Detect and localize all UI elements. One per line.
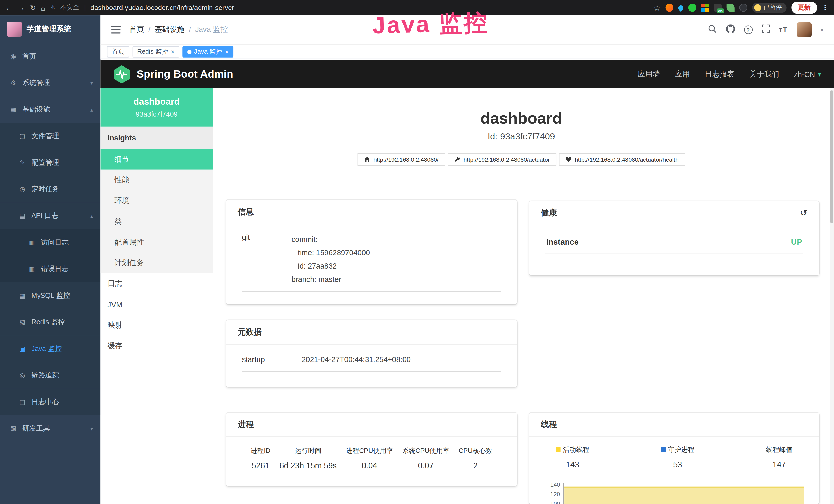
sidebar-item-devtools[interactable]: ▩ 研发工具 ▾ — [0, 415, 101, 442]
extension-icon-orange[interactable] — [665, 4, 673, 12]
sba-item-metrics[interactable]: 性能 — [101, 170, 213, 190]
help-button[interactable]: ? — [744, 25, 752, 34]
sba-nav-applications[interactable]: 应用 — [675, 69, 690, 79]
chart-plot-area — [563, 483, 804, 504]
sba-item-configprops[interactable]: 配置属性 — [101, 232, 213, 253]
history-icon[interactable]: ↺ — [800, 207, 808, 219]
close-icon[interactable]: × — [171, 48, 175, 55]
sba-nav-wallboard[interactable]: 应用墙 — [637, 69, 660, 79]
sidebar-item-redis-monitor[interactable]: ▧ Redis 监控 — [0, 309, 101, 336]
app-logo[interactable]: 芋道管理系统 — [0, 16, 101, 43]
security-label[interactable]: 不安全 — [60, 3, 79, 12]
sidebar-item-trace[interactable]: ◎ 链路追踪 — [0, 362, 101, 389]
stat-pid: 进程ID 5261 — [250, 446, 270, 470]
health-card-body: Instance UP — [529, 225, 819, 263]
sba-item-classes[interactable]: 类 — [101, 211, 213, 232]
table-row: startup 2021-04-27T00:44:31.254+08:00 — [242, 353, 501, 371]
info-card-header: 信息 — [226, 200, 517, 224]
status-badge: UP — [791, 237, 802, 246]
threads-chart: 140 120 100 — [542, 482, 806, 504]
tab-redis-monitor[interactable]: Redis 监控 × — [133, 46, 179, 57]
sidebar-item-scheduled-tasks[interactable]: ◷ 定时任务 — [0, 176, 101, 203]
extension-icon-green[interactable] — [688, 4, 696, 12]
collapse-sidebar-button[interactable] — [111, 26, 121, 33]
service-url-link[interactable]: http://192.168.0.2:48080/ — [357, 153, 445, 166]
sba-brand[interactable]: Spring Boot Admin — [113, 65, 233, 84]
extension-icon-leaf[interactable] — [726, 4, 734, 12]
extension-icon-dark[interactable] — [739, 4, 747, 12]
clock-icon: ◷ — [18, 186, 26, 193]
sidebar-item-system-mgmt[interactable]: ⚙ 系统管理 ▾ — [0, 70, 101, 96]
sba-header: Spring Boot Admin 应用墙 应用 日志报表 关于我们 zh-CN… — [101, 60, 834, 88]
sba-item-logs[interactable]: 日志 — [101, 273, 213, 294]
instance-block[interactable]: dashboard 93a3fc7f7409 — [101, 88, 213, 127]
back-button[interactable]: ← — [5, 3, 13, 12]
avatar[interactable] — [797, 22, 812, 37]
sidebar-item-access-logs[interactable]: ▥ 访问日志 — [0, 229, 101, 256]
table-row: Instance UP — [545, 234, 803, 254]
forward-button[interactable]: → — [18, 3, 25, 12]
sidebar-item-api-logs[interactable]: ▤ API 日志 ▴ — [0, 203, 101, 229]
info-row-label: git — [242, 233, 291, 286]
actuator-url-link[interactable]: http://192.168.0.2:48080/actuator — [448, 153, 556, 166]
font-size-button[interactable]: тT — [779, 26, 788, 33]
search-button[interactable] — [708, 24, 717, 35]
sba-item-scheduledtasks[interactable]: 计划任务 — [101, 253, 213, 273]
health-url-link[interactable]: http://192.168.0.2:48080/actuator/health — [559, 153, 685, 166]
close-icon[interactable]: × — [225, 48, 228, 55]
extension-icon-grid[interactable] — [701, 4, 709, 12]
stat-daemon-threads: 守护进程 53 — [661, 445, 694, 469]
sidebar-item-home[interactable]: ◉ 首页 — [0, 43, 101, 70]
table-row: git commit: time: 1596289704000 id: 27aa… — [242, 233, 501, 292]
sba-item-jvm[interactable]: JVM — [101, 294, 213, 315]
locale-select[interactable]: zh-CN ▾ — [794, 70, 821, 78]
threads-card-body: 活动线程 143 守护进程 53 线程峰值 147 140 120 100 — [529, 437, 819, 504]
threads-card-header: 线程 — [529, 413, 819, 437]
sba-item-environment[interactable]: 环境 — [101, 190, 213, 211]
metadata-card-header: 元数据 — [226, 320, 517, 345]
gear-icon: ⚙ — [9, 79, 18, 87]
extension-icon-drop[interactable] — [677, 4, 684, 11]
breadcrumb-item-infrastructure[interactable]: 基础设施 — [155, 25, 184, 35]
caret-down-icon[interactable]: ▾ — [821, 27, 823, 33]
reload-button[interactable]: ↻ — [30, 3, 36, 12]
sidebar-item-config-mgmt[interactable]: ✎ 配置管理 — [0, 150, 101, 176]
chevron-up-icon: ▴ — [90, 213, 93, 219]
scrollbar[interactable] — [830, 88, 834, 504]
process-card-header: 进程 — [226, 413, 517, 437]
instance-id: 93a3fc7f7409 — [101, 110, 213, 118]
tab-home[interactable]: 首页 — [107, 46, 129, 57]
stat-uptime: 运行时间 6d 23h 15m 59s — [280, 446, 337, 470]
browser-menu-button[interactable]: ⋮ — [822, 4, 829, 12]
sba-nav-about[interactable]: 关于我们 — [749, 69, 779, 79]
sba-nav-journal[interactable]: 日志报表 — [705, 69, 734, 79]
address-bar[interactable]: dashboard.yudao.iocoder.cn/infra/admin-s… — [90, 4, 234, 12]
update-button[interactable]: 更新 — [791, 2, 817, 14]
breadcrumb: 首页 / 基础设施 / Java 监控 — [129, 25, 228, 35]
sidebar-item-file-mgmt[interactable]: ▢ 文件管理 — [0, 123, 101, 150]
trace-icon: ◎ — [18, 371, 26, 379]
sba-item-caches[interactable]: 缓存 — [101, 336, 213, 357]
sidebar-item-log-center[interactable]: ▤ 日志中心 — [0, 389, 101, 415]
header-actions: ? тT ▾ — [708, 22, 824, 37]
sidebar-item-java-monitor[interactable]: ▣ Java 监控 — [0, 336, 101, 362]
github-button[interactable] — [726, 24, 735, 35]
bookmark-star-icon[interactable]: ☆ — [654, 3, 660, 12]
sba-item-mappings[interactable]: 映射 — [101, 315, 213, 336]
sba-item-details[interactable]: 细节 — [101, 149, 213, 170]
home-button[interactable]: ⌂ — [41, 3, 45, 12]
metadata-row-value: 2021-04-27T00:44:31.254+08:00 — [302, 355, 411, 364]
error-log-icon: ▥ — [28, 265, 36, 273]
fullscreen-button[interactable] — [762, 24, 770, 35]
sidebar-item-mysql-monitor[interactable]: ▦ MySQL 监控 — [0, 282, 101, 309]
breadcrumb-item-home[interactable]: 首页 — [129, 25, 144, 35]
tab-java-monitor[interactable]: Java 监控 × — [182, 46, 233, 57]
paused-badge[interactable]: 已暂停 — [752, 3, 787, 13]
threads-card: 线程 活动线程 143 守护进程 53 线程峰值 147 — [529, 413, 819, 504]
metadata-card-body: startup 2021-04-27T00:44:31.254+08:00 — [226, 345, 517, 380]
scrollbar-thumb[interactable] — [830, 90, 833, 223]
sidebar-item-infrastructure[interactable]: ▦ 基础设施 ▴ — [0, 96, 101, 123]
url-divider: | — [84, 4, 86, 12]
sidebar-item-error-logs[interactable]: ▥ 错误日志 — [0, 256, 101, 282]
extension-icon-on[interactable]: on — [714, 4, 722, 12]
